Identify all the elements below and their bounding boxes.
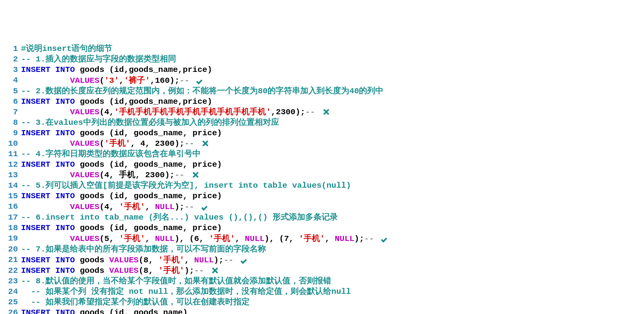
code-token: goods (id, goods_name, price) [80,223,222,232]
code-token: INSERT INTO [21,223,80,232]
code-content: VALUES(4,'手机手机手机手机手机手机手机手机手机',2300);-- [21,107,329,117]
line-number: 11 [0,149,21,159]
code-line: 18INSERT INTO goods (id, goods_name, pri… [0,223,644,233]
code-token: ); [214,256,224,265]
code-content: INSERT INTO goods (id, goods_name, price… [21,128,222,138]
check-icon [381,234,389,242]
code-line: 3INSERT INTO goods (id,goods_name,price) [0,65,644,75]
code-token: -- 4.字符和日期类型的数据应该包含在单引号中 [21,150,201,159]
code-token: '手机手机手机手机手机手机手机手机手机' [114,108,271,117]
code-token: NULL [155,234,175,243]
code-token: INSERT INTO [21,256,80,265]
code-content: -- 4.字符和日期类型的数据应该包含在单引号中 [21,149,201,159]
line-number: 15 [0,191,21,201]
code-line: 22INSERT INTO goods VALUES(8, '手机');-- [0,265,644,276]
code-token: VALUES [70,234,100,243]
code-token: VALUES [70,139,100,148]
code-token: -- 8.默认值的使用，当不给某个字段值时，如果有默认值就会添加默认值，否则报错 [21,277,331,286]
code-line: 8-- 3.在values中列出的数据位置必须与被加入的列的排列位置相对应 [0,117,644,128]
code-content: -- 如果某个列 没有指定 not null，那么添加数据时，没有给定值，则会默… [21,286,351,297]
code-token: NULL [335,234,354,243]
check-icon [201,202,209,210]
code-token: VALUES [70,202,100,211]
code-line: 21INSERT INTO goods VALUES(8, '手机', NULL… [0,255,644,265]
line-number: 3 [0,65,21,75]
code-token: , [235,234,245,243]
code-content: -- 8.默认值的使用，当不给某个字段值时，如果有默认值就会添加默认值，否则报错 [21,276,331,286]
cross-icon [192,171,199,178]
code-line: 6INSERT INTO goods (id,goods_name,price) [0,96,644,107]
code-line: 11-- 4.字符和日期类型的数据应该包含在单引号中 [0,149,644,159]
code-content: INSERT INTO goods VALUES(8, '手机', NULL);… [21,255,248,265]
code-token: -- 6.insert into tab_name (列名...) values… [21,213,338,222]
code-token: VALUES [109,256,139,265]
code-token: goods (id, goods_name) [80,308,187,314]
code-token [21,202,70,211]
code-content: VALUES('手机', 4, 2300);-- [21,138,208,149]
code-token: (4, 手机, 2300); [100,171,175,180]
code-content: VALUES('3','裤子',160);-- [21,75,204,86]
code-line: 15INSERT INTO goods (id, goods_name, pri… [0,191,644,201]
code-editor: 1#说明insert语句的细节2-- 1.插入的数据应与字段的数据类型相同3IN… [0,44,644,314]
code-token: -- 1.插入的数据应与字段的数据类型相同 [21,55,176,64]
line-number: 9 [0,128,21,138]
code-token: INSERT INTO [21,308,80,314]
code-token [21,76,70,85]
code-token: ,2300); [271,108,305,117]
code-token: (5, [100,234,119,243]
code-token: '手机' [158,266,184,275]
line-number: 8 [0,117,21,128]
code-line: 17-- 6.insert into tab_name (列名...) valu… [0,212,644,223]
code-content: INSERT INTO goods VALUES(8, '手机');-- [21,265,218,276]
code-token: , [325,234,334,243]
code-line: 19 VALUES(5, '手机', NULL), (6, '手机', NULL… [0,233,644,244]
code-content: INSERT INTO goods (id, goods_name) [21,307,187,314]
code-line: 26INSERT INTO goods (id, goods_name) [0,307,644,314]
code-line: 7 VALUES(4,'手机手机手机手机手机手机手机手机手机',2300);-- [0,107,644,117]
cross-icon [211,267,218,274]
code-token: VALUES [70,108,100,117]
code-token: -- [194,266,209,275]
line-number: 5 [0,86,21,96]
code-line: 5-- 2.数据的长度应在列的规定范围内，例如：不能将一个长度为80的字符串加入… [0,86,644,96]
line-number: 17 [0,212,21,223]
code-token: (4, [100,202,119,211]
code-token: INSERT INTO [21,192,80,201]
code-token: INSERT INTO [21,129,80,138]
code-token: VALUES [70,171,100,180]
line-number: 6 [0,96,21,107]
code-content: VALUES(5, '手机', NULL), (6, '手机', NULL), … [21,233,389,244]
line-number: 26 [0,307,21,314]
code-token: NULL [245,234,264,243]
code-line: 12INSERT INTO goods (id, goods_name, pri… [0,159,644,170]
code-token: -- [184,139,199,148]
cross-icon [201,140,208,147]
code-token: -- 5.列可以插入空值[前提是该字段允许为空], insert into ta… [21,181,351,190]
code-token: goods (id, goods_name, price) [80,160,222,169]
line-number: 23 [0,276,21,286]
line-number: 18 [0,223,21,233]
code-token: -- 2.数据的长度应在列的规定范围内，例如：不能将一个长度为80的字符串加入到… [21,87,383,96]
line-number: 22 [0,265,21,276]
code-content: -- 6.insert into tab_name (列名...) values… [21,212,338,223]
code-token: -- [224,256,238,265]
code-token: , [184,256,194,265]
code-content: VALUES(4, 手机, 2300);-- [21,170,199,180]
code-token: INSERT INTO [21,160,80,169]
code-token: (8, [138,256,158,265]
code-token: (8, [138,266,158,275]
code-token: -- [180,76,194,85]
code-token: VALUES [70,76,100,85]
code-content: -- 7.如果是给表中的所有字段添加数据，可以不写前面的字段名称 [21,244,266,255]
code-token: -- [175,171,189,180]
code-token: -- 3.在values中列出的数据位置必须与被加入的列的排列位置相对应 [21,118,279,127]
code-token: '手机' [119,202,145,211]
line-number: 4 [0,75,21,86]
line-number: 20 [0,244,21,255]
line-number: 1 [0,44,21,54]
code-content: -- 如果我们希望指定某个列的默认值，可以在创建表时指定 [21,297,250,307]
code-content: INSERT INTO goods (id, goods_name, price… [21,159,222,170]
code-token: '3' [104,76,119,85]
code-token: , 4, 2300); [130,139,184,148]
code-line: 9INSERT INTO goods (id, goods_name, pric… [0,128,644,138]
